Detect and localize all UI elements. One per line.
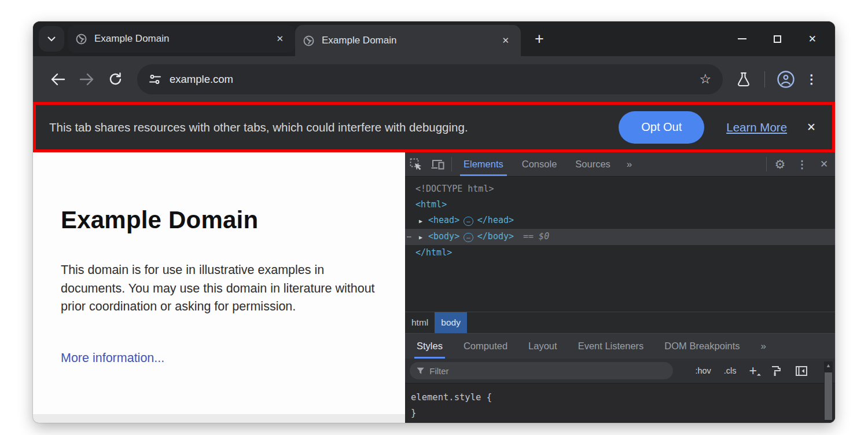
dom-node-doctype[interactable]: <!DOCTYPE html>: [405, 181, 835, 197]
site-settings-icon: [149, 74, 161, 85]
tab-title: Example Domain: [94, 33, 273, 45]
dom-node-html-open[interactable]: <html>: [405, 197, 835, 213]
tab-title: Example Domain: [322, 35, 498, 46]
devtools-toolbar-right: ⚙ ⋮ ✕: [764, 152, 835, 176]
style-rule-close: }: [411, 405, 835, 421]
devtools-panel: Elements Console Sources » ⚙ ⋮ ✕ <!DOCTY…: [405, 152, 835, 423]
dom-node-head[interactable]: ▶<head>…</head>: [405, 213, 835, 229]
content-area: Example Domain This domain is for use in…: [33, 152, 835, 423]
tab-search-button[interactable]: [39, 26, 64, 52]
dom-tree: <!DOCTYPE html> <html> ▶<head>…</head> ⋯…: [405, 177, 835, 312]
browser-menu-button[interactable]: ⋮: [799, 72, 825, 86]
styles-editor[interactable]: element.style { }: [405, 383, 835, 423]
minimize-button[interactable]: [738, 38, 746, 39]
globe-favicon-icon: [303, 35, 314, 46]
hover-state-toggle[interactable]: :hov: [695, 366, 711, 375]
opt-out-button[interactable]: Opt Out: [619, 111, 704, 144]
panel-toggle-icon: [796, 366, 807, 376]
toolbar-divider: [764, 71, 765, 87]
infobar-message: This tab shares resources with other tab…: [49, 120, 468, 134]
back-arrow-icon: [50, 73, 65, 86]
tab-styles[interactable]: Styles: [417, 334, 443, 359]
selected-node-hint: == $0: [523, 231, 549, 242]
webpage-viewport: Example Domain This domain is for use in…: [33, 152, 405, 423]
styles-filter-bar: :hov .cls +: [405, 359, 835, 383]
style-rule-selector[interactable]: element.style {: [411, 390, 835, 405]
reload-icon: [109, 72, 123, 86]
dom-node-html-close[interactable]: </html>: [405, 245, 835, 261]
settings-gear-icon[interactable]: ⚙: [769, 152, 791, 176]
tab-strip: Example Domain ✕ Example Domain ✕ + ✕: [33, 21, 835, 56]
globe-favicon-icon: [76, 34, 87, 45]
infobar-close-icon[interactable]: ✕: [807, 120, 816, 134]
scrollbar-thumb[interactable]: [825, 372, 832, 420]
class-toggle[interactable]: .cls: [724, 366, 737, 375]
forward-button[interactable]: [75, 68, 98, 91]
devtools-menu-button[interactable]: ⋮: [791, 152, 813, 176]
tab-example-domain-1[interactable]: Example Domain ✕: [68, 25, 295, 53]
gutter-dots-icon[interactable]: ⋯: [407, 229, 411, 244]
expand-arrow-icon[interactable]: ▶: [419, 229, 428, 245]
bookmark-star-icon[interactable]: ☆: [699, 71, 711, 87]
url-text[interactable]: example.com: [170, 73, 699, 86]
tab-close-icon[interactable]: ✕: [273, 32, 287, 45]
inspect-cursor-icon: [410, 158, 422, 171]
scrollbar-up-icon[interactable]: ▲: [824, 363, 833, 368]
tab-elements[interactable]: Elements: [454, 152, 513, 176]
tab-sources[interactable]: Sources: [566, 152, 620, 176]
new-style-rule-button[interactable]: +: [749, 364, 757, 378]
paint-brush-icon: [771, 365, 782, 376]
sidebar-tabs: Styles Computed Layout Event Listeners D…: [405, 333, 835, 359]
styles-scrollbar[interactable]: ▲: [824, 361, 833, 421]
profile-button[interactable]: [777, 70, 795, 89]
tab-computed[interactable]: Computed: [464, 334, 507, 359]
back-button[interactable]: [46, 68, 69, 91]
more-tabs-button[interactable]: »: [620, 152, 638, 176]
dom-breadcrumb: html body: [405, 312, 835, 333]
tab-console[interactable]: Console: [513, 152, 567, 176]
breadcrumb-html[interactable]: html: [405, 312, 435, 333]
devtools-toolbar-divider: [451, 157, 452, 171]
tab-event-listeners[interactable]: Event Listeners: [578, 334, 644, 359]
expand-arrow-icon[interactable]: ▶: [419, 213, 428, 229]
collapsed-content-icon[interactable]: …: [464, 233, 473, 242]
devtools-toolbar-divider: [766, 157, 767, 171]
collapsed-content-icon[interactable]: …: [464, 217, 473, 226]
more-sidebar-tabs-button[interactable]: »: [761, 341, 765, 352]
experiments-button[interactable]: [737, 72, 751, 87]
styles-pane-region: :hov .cls +: [405, 359, 835, 423]
forward-arrow-icon: [79, 73, 94, 86]
filter-input[interactable]: [429, 366, 666, 376]
tab-dom-breakpoints[interactable]: DOM Breakpoints: [664, 334, 740, 359]
page-title: Example Domain: [61, 206, 258, 234]
tab-close-icon[interactable]: ✕: [498, 34, 513, 47]
reload-button[interactable]: [104, 68, 127, 91]
maximize-button[interactable]: [774, 35, 781, 43]
inspect-element-button[interactable]: [405, 152, 427, 176]
sharing-infobar: This tab shares resources with other tab…: [33, 102, 835, 152]
page-horizontal-scrollbar[interactable]: [33, 414, 405, 423]
breadcrumb-body[interactable]: body: [435, 312, 467, 333]
devtools-toolbar: Elements Console Sources » ⚙ ⋮ ✕: [405, 152, 835, 177]
tab-example-domain-2[interactable]: Example Domain ✕: [295, 25, 521, 56]
dom-node-body-selected[interactable]: ⋯ ▶<body>…</body>== $0: [405, 229, 835, 245]
page-paragraph: This domain is for use in illustrative e…: [61, 261, 376, 316]
window-controls: ✕: [738, 34, 835, 44]
device-toolbar-button[interactable]: [427, 152, 449, 176]
tab-layout[interactable]: Layout: [528, 334, 557, 359]
chevron-down-icon: [47, 36, 56, 42]
filter-funnel-icon: [417, 367, 424, 375]
filter-field[interactable]: [410, 362, 673, 379]
browser-toolbar: example.com ☆ ⋮: [33, 56, 835, 102]
more-information-link[interactable]: More information...: [61, 351, 164, 365]
rendering-brush-button[interactable]: [771, 365, 782, 376]
new-tab-button[interactable]: +: [530, 30, 549, 48]
learn-more-link[interactable]: Learn More: [726, 120, 787, 134]
window-close-button[interactable]: ✕: [808, 34, 816, 44]
browser-window: Example Domain ✕ Example Domain ✕ + ✕: [33, 21, 835, 423]
devtools-close-button[interactable]: ✕: [813, 152, 835, 176]
profile-avatar-icon: [777, 70, 795, 89]
device-toolbar-icon: [431, 159, 445, 170]
toggle-sidebar-button[interactable]: [796, 366, 807, 376]
address-bar[interactable]: example.com ☆: [137, 64, 723, 94]
